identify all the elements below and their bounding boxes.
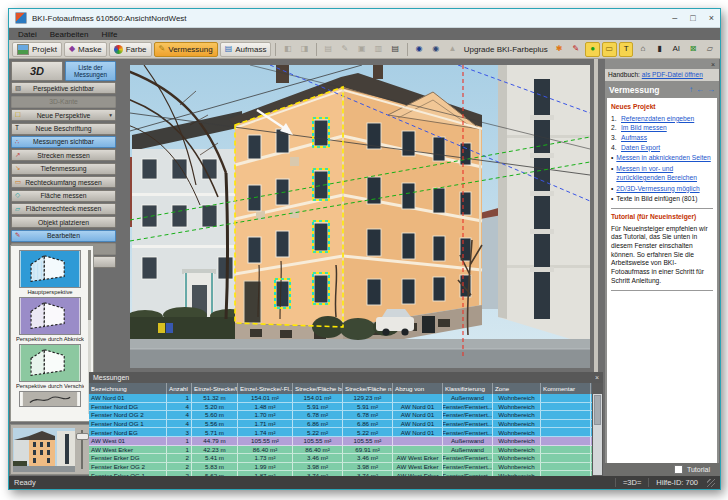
measurements-close-icon[interactable]: × — [595, 374, 599, 381]
perspective-thumbnail-1[interactable] — [16, 250, 84, 288]
column-header-anzahl[interactable]: Anzahl — [167, 383, 192, 394]
perspektive-sichtbar-button[interactable]: ▧Perspektive sichtbar — [11, 82, 116, 94]
table-row[interactable]: Fenster Nord OG 245.60 m1.70 m²6.78 m²6.… — [89, 411, 592, 420]
print-icon[interactable]: ▤ — [388, 42, 403, 57]
3d-mode-button[interactable]: 3D — [11, 61, 63, 81]
tiefenmessung-button[interactable]: ↘Tiefenmessung — [11, 163, 116, 175]
zoom-slider[interactable] — [75, 428, 88, 471]
table-cell: Fenster Nord OG 1 — [89, 420, 167, 428]
building-photo[interactable] — [130, 65, 590, 368]
disabled-tool-icon-2[interactable]: ◨ — [297, 42, 312, 57]
disabled-tool-icon-3[interactable]: ▤ — [321, 42, 336, 57]
table-cell: Fenster/Fenstert... — [443, 428, 493, 436]
neue-perspektive-button[interactable]: ☐Neue Perspektive▾ — [11, 109, 116, 121]
rectangle-tool-icon[interactable]: ▭ — [602, 42, 617, 57]
perspective-thumbnail-3[interactable] — [16, 344, 84, 382]
grid-check-icon[interactable]: ⊠ — [686, 42, 701, 57]
zoom-slider-handle[interactable] — [76, 433, 89, 440]
objekt-platzieren-button[interactable]: Objekt platzieren — [11, 216, 116, 228]
table-cell: 5.71 m — [192, 428, 238, 436]
column-header-strecke-fl-che-br-[interactable]: Strecke/Fläche br... — [293, 383, 343, 394]
help-link[interactable]: Messen in abknickenden Seiten — [616, 154, 710, 163]
table-cell: Wohnbereich — [493, 411, 541, 419]
table-row[interactable]: AW West 01144.79 m105.55 m²105.55 m²105.… — [89, 437, 592, 446]
tutorial-checkbox[interactable] — [674, 465, 683, 474]
menu-item-datei[interactable]: Datei — [18, 30, 37, 39]
green-point-icon[interactable]: ● — [585, 42, 600, 57]
menu-item-hilfe[interactable]: Hilfe — [101, 30, 117, 39]
disabled-tool-icon-1[interactable]: ◧ — [280, 42, 295, 57]
help-link[interactable]: Aufmass — [621, 134, 647, 143]
minimize-button[interactable]: – — [672, 13, 677, 23]
liste-der-messungen-button[interactable]: Liste der Messungen — [65, 61, 116, 81]
help-link[interactable]: Messen in vor- und zurückliegenden Berei… — [616, 165, 713, 182]
aufmass-button[interactable]: ▤Aufmass — [220, 42, 272, 57]
disabled-tool-icon-5[interactable]: ▣ — [354, 42, 369, 57]
perspective-thumbnail-2[interactable] — [16, 297, 84, 335]
table-scrollbar[interactable] — [593, 394, 602, 475]
table-row[interactable]: Fenster Nord EG35.71 m1.74 m²5.22 m²5.22… — [89, 428, 592, 437]
pen-icon[interactable]: ✎ — [569, 42, 584, 57]
photo-canvas[interactable] — [130, 65, 590, 368]
table-cell: AW West Erker — [393, 463, 443, 471]
menu-item-bearbeiten[interactable]: Bearbeiten — [50, 30, 89, 39]
folder-icon[interactable]: ▱ — [702, 42, 717, 57]
table-row[interactable]: Fenster Erker DG25.41 m1.73 m²3.46 m²3.4… — [89, 454, 592, 463]
messungen-sichtbar-button[interactable]: ∴Messungen sichtbar — [11, 136, 116, 148]
table-row[interactable]: Fenster Erker OG 225.83 m1.99 m²3.98 m²3… — [89, 463, 592, 472]
vermessung-button[interactable]: ✎Vermessung — [154, 42, 218, 57]
panel-splitter[interactable] — [594, 59, 598, 372]
help-link[interactable]: Im Bild messen — [621, 124, 667, 133]
column-header-einzel-strecke-u-[interactable]: Einzel-Strecke/U... — [192, 383, 238, 394]
help-icon[interactable]: ◉ — [428, 42, 443, 57]
photo-thumbnail[interactable] — [13, 428, 75, 472]
disabled-tool-icon-6[interactable]: ▥ — [371, 42, 386, 57]
table-cell: 154.01 m² — [293, 394, 343, 402]
table-row[interactable]: Fenster Nord DG45.20 m1.48 m²5.91 m²5.91… — [89, 403, 592, 412]
column-header-strecke-fl-che-n-[interactable]: Strecke/Fläche n... — [343, 383, 393, 394]
pointer-icon[interactable]: ◉ — [412, 42, 427, 57]
close-button[interactable]: × — [709, 13, 714, 23]
table-cell: 3.74 m² — [293, 471, 343, 476]
nav-back-icon[interactable]: ← — [696, 85, 704, 94]
help-link[interactable]: 2D/3D-Vermessung möglich — [616, 185, 699, 194]
disabled-tool-icon-4[interactable]: ✎ — [338, 42, 353, 57]
help-close-icon[interactable]: × — [711, 61, 715, 68]
upgrade-icon[interactable]: ▲ — [445, 42, 460, 57]
nav-forward-icon[interactable]: → — [707, 85, 715, 94]
column-header-zone[interactable]: Zone — [493, 383, 541, 394]
ai-icon[interactable]: AI — [669, 42, 684, 57]
column-header-abzug-von[interactable]: Abzug von — [393, 383, 443, 394]
flaeche-messen-button[interactable]: ◇Fläche messen — [11, 190, 116, 202]
home-icon[interactable]: ⌂ — [635, 42, 650, 57]
table-cell: 2 — [167, 454, 192, 462]
resize-grip[interactable] — [707, 479, 715, 487]
help-link[interactable]: Daten Export — [621, 144, 660, 153]
column-header-klassifizierung[interactable]: Klassifizierung — [443, 383, 493, 394]
maske-button[interactable]: ◆Maske — [64, 42, 107, 57]
perspective-thumbnail-partial[interactable] — [19, 391, 81, 407]
column-header-einzel-strecke-fl-[interactable]: Einzel-Strecke/-Fl... — [238, 383, 293, 394]
table-row[interactable]: Fenster Erker OG 125.62 m1.87 m²3.74 m²3… — [89, 471, 592, 476]
handbuch-pdf-link[interactable]: als PDF-Datei öffnen — [642, 71, 703, 78]
upgrade-button[interactable]: Upgrade BKI-Farbeplus — [462, 45, 550, 54]
scroll-top-icon[interactable]: ↑ — [689, 85, 693, 94]
farbe-button[interactable]: Farbe — [109, 42, 152, 57]
table-row[interactable]: Fenster Nord OG 145.56 m1.71 m²6.86 m²6.… — [89, 420, 592, 429]
maximize-button[interactable]: □ — [690, 13, 695, 23]
table-row[interactable]: AW Nord 01151.32 m154.01 m²154.01 m²129.… — [89, 394, 592, 403]
help-link[interactable]: Referenzdaten eingeben — [621, 115, 694, 124]
bearbeiten-button[interactable]: ✎Bearbeiten — [11, 230, 116, 242]
phone-icon[interactable]: ▮ — [652, 42, 667, 57]
column-header-kommentar[interactable]: Kommentar — [541, 383, 591, 394]
column-header-bezeichnung[interactable]: Bezeichnung — [89, 383, 167, 394]
text-tool-icon[interactable]: T — [619, 42, 634, 57]
projekt-button[interactable]: Projekt — [12, 42, 62, 57]
neue-beschriftung-button[interactable]: TNeue Beschriftung — [11, 123, 116, 135]
flaechenrechteck-messen-button[interactable]: ▱Flächenrechteck messen — [11, 203, 116, 215]
help-bullet: •Texte in Bild einfügen (801) — [611, 195, 713, 204]
rechteckumfang-messen-button[interactable]: ▭Rechteckumfang messen — [11, 176, 116, 188]
strecken-messen-button[interactable]: ↗Strecken messen — [11, 149, 116, 161]
color-splash-icon[interactable]: ✱ — [552, 42, 567, 57]
table-row[interactable]: AW West Erker142.23 m86.40 m²86.40 m²69.… — [89, 446, 592, 455]
